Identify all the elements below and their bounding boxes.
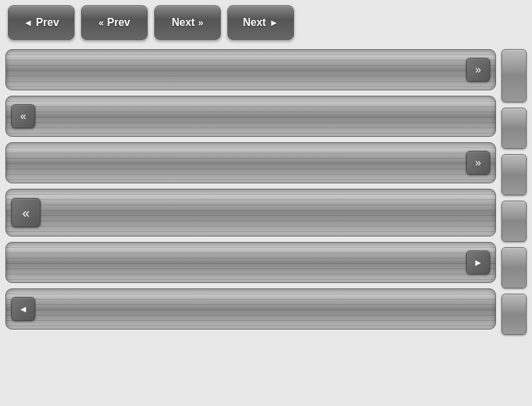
right-button-2[interactable] [501,108,527,149]
scroll-bar-6-inner: ◄ [6,289,495,329]
next-button-2[interactable]: Next ► [227,5,294,40]
next-label-1: Next [172,17,195,29]
scroll-bar-1-lines [6,50,495,90]
scroll-bar-4-lines [6,189,495,236]
right-button-4[interactable] [501,201,527,242]
right-button-3[interactable] [501,154,527,195]
right-button-5[interactable] [501,247,527,288]
scroll-bar-2[interactable]: « [5,96,496,137]
scroll-bar-6-arrow[interactable]: ◄ [11,297,35,321]
scroll-bar-3-lines [6,143,495,183]
scroll-bars-container: » « » « ► [5,49,496,401]
scroll-bar-6-lines [6,289,495,329]
right-buttons-column [501,49,527,401]
right-button-large[interactable] [501,49,527,102]
scroll-bar-2-arrow[interactable]: « [11,104,35,128]
scroll-bar-4-inner: « [6,189,495,236]
top-buttons-row: ◄ Prev « Prev Next » Next ► [5,5,527,40]
right-arrow-icon: ► [269,17,279,28]
scroll-bar-4[interactable]: « [5,189,496,237]
scroll-bar-5-lines [6,243,495,282]
next-label-2: Next [243,17,266,29]
prev-label-1: Prev [36,17,59,29]
scroll-bar-2-inner: « [6,96,495,136]
scroll-bar-1-inner: » [6,50,495,90]
scroll-bar-3-arrow[interactable]: » [466,151,490,175]
scroll-bar-3-inner: » [6,143,495,183]
prev-button-1[interactable]: ◄ Prev [8,5,74,40]
prev-button-2[interactable]: « Prev [81,5,148,40]
scroll-bar-3[interactable]: » [5,142,496,183]
main-content: » « » « ► [5,49,527,401]
scroll-bar-2-lines [6,96,495,136]
double-left-arrow-icon: « [98,17,104,28]
scroll-bar-1[interactable]: » [5,49,496,90]
right-button-6[interactable] [501,294,527,335]
scroll-bar-5-inner: ► [6,243,495,282]
scroll-bar-5-arrow[interactable]: ► [466,251,490,274]
left-arrow-icon: ◄ [23,17,33,28]
scroll-bar-5[interactable]: ► [5,242,496,283]
scroll-bar-1-arrow[interactable]: » [466,58,490,82]
next-button-1[interactable]: Next » [154,5,221,40]
scroll-bar-4-arrow[interactable]: « [11,198,41,227]
scroll-bar-6[interactable]: ◄ [5,288,496,330]
double-right-arrow-icon-1: » [198,17,203,28]
prev-label-2: Prev [107,17,130,29]
